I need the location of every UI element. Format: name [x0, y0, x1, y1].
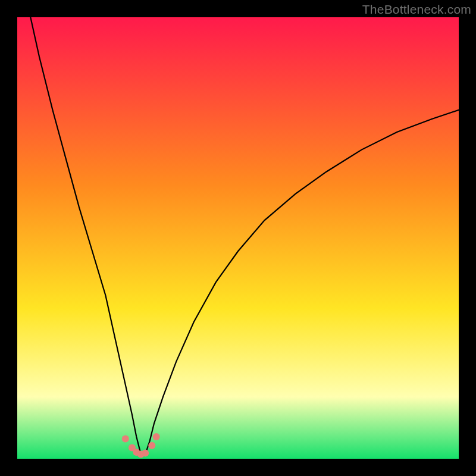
chart-frame [17, 17, 459, 459]
marker-point [148, 442, 155, 449]
bottleneck-plot [17, 17, 459, 459]
marker-point [153, 433, 160, 440]
marker-point [142, 449, 149, 456]
gradient-background [17, 17, 459, 459]
watermark-text: TheBottleneck.com [362, 2, 471, 17]
marker-point [122, 436, 129, 443]
